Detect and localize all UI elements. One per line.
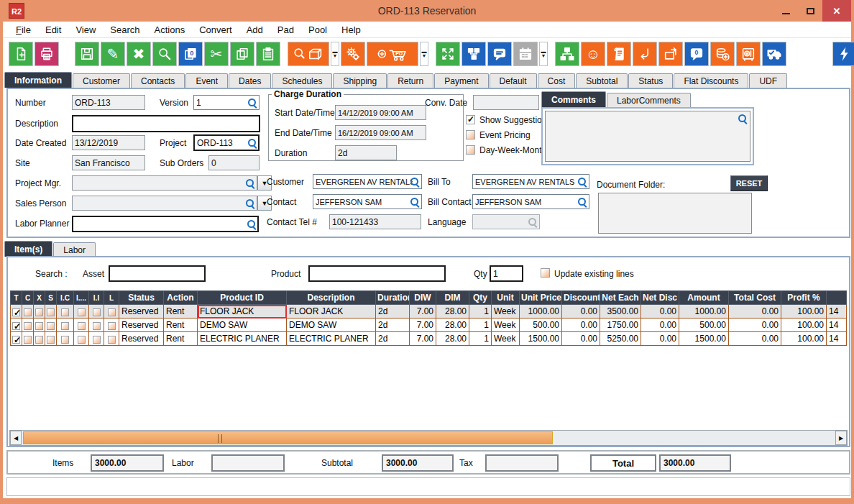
asset-search-input[interactable] — [109, 265, 206, 282]
scroll-right-arrow-icon[interactable]: ▶ — [835, 431, 847, 445]
comments-button[interactable] — [487, 42, 512, 66]
bill-to-search-icon[interactable] — [577, 177, 587, 187]
row-checkbox[interactable] — [35, 336, 43, 344]
comment-zero-button[interactable]: 0 — [684, 42, 709, 66]
cell-status[interactable]: Reserved — [119, 305, 164, 319]
row-checkbox[interactable] — [12, 308, 20, 316]
cell-unit[interactable]: Week — [492, 332, 520, 346]
maximize-button[interactable] — [798, 0, 822, 22]
hierarchy-button[interactable] — [555, 42, 579, 66]
product-search-button[interactable] — [288, 42, 329, 66]
row-check-cell[interactable] — [104, 332, 119, 346]
row-check-cell[interactable] — [45, 319, 57, 332]
col-header-amount[interactable]: Amount — [679, 291, 729, 305]
col-header-unit[interactable]: Unit — [492, 291, 520, 305]
reset-button[interactable]: RESET — [730, 175, 768, 191]
cell-dim[interactable]: 28.00 — [436, 305, 469, 319]
cell-total-cost[interactable]: 0.00 — [729, 305, 781, 319]
row-checkbox[interactable] — [47, 322, 55, 330]
bill-contact-search-icon[interactable] — [577, 197, 587, 207]
menu-pad[interactable]: Pad — [270, 24, 301, 35]
row-checkbox[interactable] — [35, 322, 43, 330]
calendar-more-dropdown[interactable]: ▬▼ — [539, 42, 548, 66]
show-suggestions-checkbox[interactable] — [466, 115, 475, 124]
row-check-cell[interactable] — [89, 332, 104, 346]
cell-duration[interactable]: 2d — [376, 332, 410, 346]
update-existing-lines-checkbox[interactable] — [541, 268, 550, 278]
row-checkbox[interactable] — [61, 336, 69, 344]
col-header-s[interactable]: S — [45, 291, 57, 305]
scroll-left-arrow-icon[interactable]: ◀ — [10, 431, 22, 445]
cell-net-each[interactable]: 1750.00 — [600, 319, 641, 332]
bill-to-field[interactable] — [472, 174, 589, 189]
tab-information[interactable]: Information — [4, 72, 72, 88]
cell-qty[interactable]: 1 — [469, 332, 492, 346]
cell-dim[interactable]: 28.00 — [436, 319, 469, 332]
cell-net-each[interactable]: 5250.00 — [600, 332, 641, 346]
row-checkbox[interactable] — [24, 322, 32, 330]
row-check-cell[interactable] — [104, 305, 119, 319]
return-item-button[interactable] — [633, 42, 657, 66]
row-checkbox[interactable] — [61, 308, 69, 316]
row-checkbox[interactable] — [93, 322, 101, 330]
cell-amount[interactable]: 500.00 — [679, 319, 729, 332]
workflow-button[interactable] — [462, 42, 486, 66]
tab-flat-discounts[interactable]: Flat Discounts — [674, 73, 748, 88]
row-check-cell[interactable] — [22, 305, 34, 319]
tab-labor[interactable]: Labor — [53, 242, 96, 257]
notes-button[interactable] — [607, 42, 631, 66]
contact-field[interactable] — [313, 194, 422, 209]
receive-box-button[interactable] — [658, 42, 683, 66]
cell-diw[interactable]: 7.00 — [410, 332, 436, 346]
cell-unit-price[interactable]: 1500.00 — [520, 332, 562, 346]
cell-profit-[interactable]: 100.00 — [781, 305, 827, 319]
row-checkbox[interactable] — [78, 336, 86, 344]
minimize-button[interactable] — [773, 0, 798, 22]
tab-items[interactable]: Item(s) — [4, 241, 52, 257]
col-header-net-each[interactable]: Net Each — [600, 291, 641, 305]
col-header-status[interactable]: Status — [119, 291, 164, 305]
row-check-cell[interactable] — [74, 305, 89, 319]
tab-dates[interactable]: Dates — [229, 73, 271, 88]
row-check-cell[interactable] — [74, 332, 89, 346]
row-check-cell[interactable] — [22, 319, 34, 332]
tab-cost[interactable]: Cost — [538, 73, 576, 88]
edit-button[interactable]: ✎ — [101, 42, 125, 66]
cell-profit-[interactable]: 100.00 — [781, 319, 827, 332]
cell-product-id[interactable]: DEMO SAW — [198, 319, 287, 332]
find-button[interactable] — [152, 42, 177, 66]
event-pricing-checkbox[interactable] — [466, 130, 475, 139]
cell-status[interactable]: Reserved — [119, 319, 164, 332]
col-header-unit-price[interactable]: Unit Price — [520, 291, 562, 305]
contact-search-icon[interactable] — [410, 197, 420, 207]
number-field[interactable] — [72, 95, 145, 110]
tab-default[interactable]: Default — [490, 73, 537, 88]
tab-comments[interactable]: Comments — [541, 91, 606, 107]
add-po-cart-more-dropdown[interactable]: ▬▼ — [420, 42, 428, 66]
menu-edit[interactable]: Edit — [38, 24, 68, 35]
duration-field[interactable] — [335, 145, 397, 160]
col-header-ii[interactable]: I.I — [89, 291, 104, 305]
menu-pool[interactable]: Pool — [301, 24, 334, 35]
vault-button[interactable] — [736, 42, 761, 66]
row-check-cell[interactable] — [34, 332, 45, 346]
cell-diw[interactable]: 7.00 — [410, 305, 436, 319]
row-check-cell[interactable] — [89, 305, 104, 319]
description-field[interactable] — [72, 115, 260, 132]
version-search-icon[interactable] — [247, 98, 257, 108]
site-field[interactable] — [72, 155, 145, 170]
row-check-cell[interactable] — [57, 332, 74, 346]
project-mgr-search-icon[interactable] — [245, 178, 255, 188]
row-check-cell[interactable] — [45, 305, 57, 319]
project-mgr-field[interactable] — [72, 175, 257, 191]
col-header-net-disc[interactable]: Net Disc — [641, 291, 679, 305]
cell-duration[interactable]: 2d — [376, 305, 410, 319]
cell-amount[interactable]: 1500.00 — [679, 332, 729, 346]
col-header-description[interactable]: Description — [287, 291, 376, 305]
cell-unit[interactable]: Week — [492, 319, 520, 332]
titlebar[interactable]: R2 ORD-113 Reservation ✕ — [0, 0, 854, 22]
cell-product-id[interactable]: FLOOR JACK — [198, 305, 287, 319]
cell-description[interactable]: ELECTRIC PLANER — [287, 332, 376, 346]
cell-unit-price[interactable]: 500.00 — [520, 319, 562, 332]
comments-search-icon[interactable] — [738, 114, 748, 124]
